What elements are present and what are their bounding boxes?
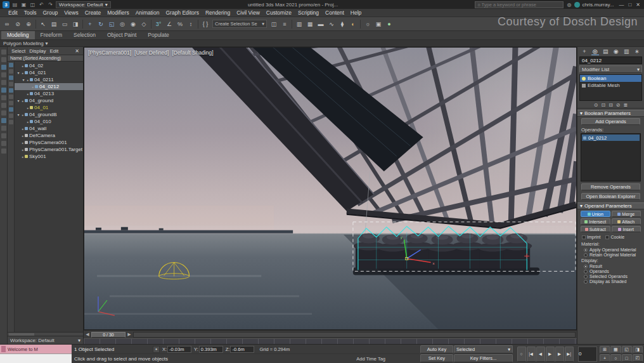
dock-icon[interactable] [1,103,6,108]
coordinate-x[interactable]: X:-0.03m [162,346,191,353]
insert-button[interactable]: Insert [612,226,641,232]
menu-graph-editors[interactable]: Graph Editors [162,10,202,16]
window-crossing-icon[interactable]: ◨ [70,19,80,29]
time-slider-handle[interactable]: 0 / 30 [91,332,126,338]
create-tab-icon[interactable]: + [581,48,588,55]
merge-button[interactable]: Merge [612,211,641,217]
filter-icon[interactable] [9,101,13,105]
scene-item[interactable]: ●04_0213 [15,90,83,97]
workspace-selector-bottom[interactable]: Workspace: Default ▾ [8,336,83,344]
display-as-shaded-radio[interactable]: Display as Shaded [577,279,644,284]
filter-icon[interactable] [9,120,13,124]
menu-civil-view[interactable]: Civil View [233,10,263,16]
z-value[interactable]: -0.6m [230,346,254,353]
scene-item[interactable]: ●04_wall [15,125,83,132]
select-by-name-icon[interactable]: ▤ [49,19,59,29]
viewport-poi-label[interactable]: [User Defined] [134,50,169,56]
visibility-icon[interactable]: ● [22,99,23,103]
set-key-button[interactable]: Set Key [420,354,453,362]
coordinate-y[interactable]: Y:0.393m [194,346,223,353]
visibility-icon[interactable]: ● [22,64,23,68]
use-pivot-point-icon[interactable]: ◉ [128,19,138,29]
align-icon[interactable]: ≡ [280,19,290,29]
name-column-header[interactable]: Name (Sorted Ascending) [8,55,83,62]
field-of-view-icon[interactable]: + [600,354,610,362]
x-value[interactable]: -0.03m [167,346,191,353]
dock-icon[interactable] [1,65,6,70]
scene-item[interactable]: ●PhysCamera001 [15,139,83,146]
visibility-icon[interactable]: ● [22,155,23,159]
tab-modeling[interactable]: Modeling [1,31,35,39]
open-file-icon[interactable]: ▣ [20,1,27,8]
previous-frame-icon[interactable]: ◀ [536,346,545,362]
utilities-tab-icon[interactable]: ∗ [633,48,641,55]
scene-item[interactable]: ●DefCamera [15,132,83,139]
display-result-radio[interactable]: Result [577,263,644,268]
visibility-icon[interactable]: ● [22,113,23,117]
next-frame-icon[interactable]: ▶ [555,346,564,362]
modifier-on-icon[interactable] [582,77,586,81]
operands-list[interactable]: 04_0212 [581,133,641,182]
named-selection-set-dropdown[interactable]: Create Selection Se ▾ [212,20,267,28]
stack-item-editable-mesh[interactable]: Editable Mesh [580,82,641,89]
scene-item[interactable]: ▾●04_0211 [15,76,83,83]
visibility-icon[interactable]: ● [22,134,23,138]
explorer-menu-select[interactable]: Select [10,48,27,54]
add-operands-button[interactable]: Add Operands [581,118,640,125]
filter-icon[interactable] [9,114,13,118]
remove-modifier-icon[interactable]: ⊘ [616,102,621,108]
go-to-end-icon[interactable]: ▶| [565,346,574,362]
signed-in-user[interactable]: chris.murray... [582,2,614,8]
user-avatar[interactable] [574,2,580,8]
apply-operand-material-radio[interactable]: Apply Operand Material [577,247,644,252]
modify-tab-icon[interactable]: ◎ [591,48,599,55]
app-logo-icon[interactable]: 3 [3,1,10,8]
cookie-checkbox[interactable]: Cookie [605,235,624,239]
dock-icon[interactable] [1,133,6,138]
notifications-icon[interactable]: ◍ [565,1,572,8]
filter-icon[interactable] [9,63,13,67]
attach-button[interactable]: Attach [612,218,641,225]
scene-item[interactable]: ●04_01 [15,104,83,111]
select-and-place-icon[interactable]: ◎ [117,19,127,29]
horizontal-scrollbar[interactable] [8,332,83,336]
explorer-menu-edit[interactable]: Edit [48,48,60,54]
stack-item-boolean[interactable]: Boolean [580,75,641,82]
tab-selection[interactable]: Selection [68,31,101,39]
time-slider[interactable]: ◀ 0 / 30 ▶ [84,330,577,338]
dock-icon[interactable] [1,126,6,131]
dock-icon[interactable] [1,50,6,55]
select-and-link-icon[interactable]: ∞ [2,19,12,29]
explorer-menu-display[interactable]: Display [27,48,48,54]
menu-customize[interactable]: Customize [263,10,295,16]
scene-item[interactable]: ●04_010 [15,118,83,125]
search-input[interactable] [482,2,562,8]
selection-lock-toggle[interactable]: ● [153,346,160,353]
expand-caret-icon[interactable]: ▾ [16,112,20,117]
rollout-operand-parameters[interactable]: ▾ Operand Parameters [577,202,644,209]
spinner-snap-icon[interactable]: ↕ [186,19,196,29]
open-boolean-explorer-button[interactable]: Open Boolean Explorer [581,193,640,200]
operand-item[interactable]: 04_0212 [582,135,640,141]
play-animation-icon[interactable]: ▶ [546,346,555,362]
render-setup-icon[interactable]: ☼ [363,19,373,29]
menu-edit[interactable]: Edit [5,10,21,16]
menu-views[interactable]: Views [61,10,82,16]
visibility-icon[interactable]: ● [27,120,29,124]
filter-icon[interactable] [9,69,13,74]
next-frame-icon[interactable]: ▶ [127,332,132,337]
edit-named-selection-sets-icon[interactable]: { } [200,19,210,29]
select-and-scale-icon[interactable]: ◱ [106,19,117,29]
listener-macro-line[interactable]: Welcome to M [0,345,72,353]
expand-caret-icon[interactable]: ▾ [22,77,25,82]
key-mode-toggle-icon[interactable]: ○ [517,346,526,362]
curve-editor-icon[interactable]: ∿ [326,19,337,29]
subtract-button[interactable]: Subtract [581,226,610,232]
imprint-checkbox[interactable]: Imprint [582,235,600,239]
display-tab-icon[interactable]: ▥ [622,48,630,55]
intersect-button[interactable]: Intersect [581,218,610,225]
dock-icon[interactable] [1,110,6,116]
visibility-icon[interactable]: ● [22,71,23,75]
pin-stack-icon[interactable]: ⊙ [594,102,598,108]
menu-rendering[interactable]: Rendering [202,10,233,16]
